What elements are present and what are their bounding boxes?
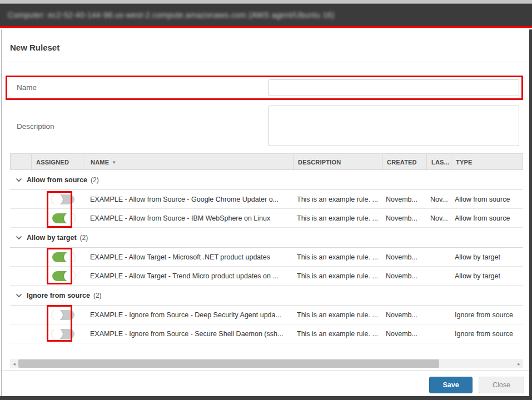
assigned-toggle[interactable]	[52, 252, 74, 262]
rule-created: Novemb...	[381, 311, 426, 319]
toggle-knob	[52, 310, 63, 320]
rule-name: EXAMPLE - Ignore from Source - Deep Secu…	[82, 311, 292, 319]
group-count: (2)	[91, 176, 99, 184]
rule-description: This is an example rule. ...	[292, 272, 381, 280]
table-row: EXAMPLE - Allow from Source - Google Chr…	[10, 190, 523, 209]
rule-created: Novemb...	[381, 196, 426, 203]
group-count: (2)	[80, 234, 88, 242]
header-assigned: ASSIGNED	[31, 154, 83, 171]
name-input[interactable]	[269, 79, 519, 96]
header-created: CREATED	[382, 154, 426, 171]
assigned-toggle[interactable]	[52, 271, 74, 281]
description-label: Description	[17, 122, 54, 131]
window-bottom-edge	[0, 396, 532, 400]
group-label: Allow from source	[27, 176, 87, 184]
table-row: EXAMPLE - Allow Target - Trend Micro pro…	[10, 267, 523, 286]
rule-created: Novemb...	[381, 214, 426, 222]
rule-description: This is an example rule. ...	[292, 196, 381, 203]
rule-description: This is an example rule. ...	[292, 214, 381, 222]
table-row: EXAMPLE - Allow from Source - IBM WebSph…	[10, 209, 523, 228]
window-left-edge	[1, 29, 2, 396]
toggle-knob	[64, 271, 75, 281]
toggle-knob	[52, 329, 63, 339]
page-title: New Ruleset	[10, 43, 59, 52]
header-last: LAS...	[426, 154, 451, 171]
rule-description: This is an example rule. ...	[292, 330, 381, 338]
header-name-sortable[interactable]: NAME ▼	[83, 154, 293, 171]
toggle-knob	[64, 252, 75, 262]
rule-last: Nov...	[426, 214, 450, 222]
rule-name: EXAMPLE - Ignore from Source - Secure Sh…	[82, 330, 292, 338]
rule-description: This is an example rule. ...	[292, 253, 381, 261]
window-top-strip	[0, 0, 532, 4]
scrollbar-thumb[interactable]	[18, 359, 439, 368]
assigned-toggle[interactable]	[52, 310, 74, 320]
save-button[interactable]: Save	[429, 377, 473, 393]
assigned-toggle[interactable]	[52, 213, 74, 223]
rule-name: EXAMPLE - Allow from Source - Google Chr…	[82, 196, 292, 203]
assigned-toggle[interactable]	[52, 329, 74, 339]
chevron-down-icon	[16, 293, 22, 298]
rule-name: EXAMPLE - Allow from Source - IBM WebSph…	[82, 214, 292, 222]
title-divider	[2, 62, 529, 62]
rule-type: Allow by target	[450, 272, 523, 280]
dialog-titlebar: Computer: ec2-52-40-144-98.us-west-2.com…	[0, 4, 532, 28]
scroll-left-icon[interactable]: ◂	[10, 359, 18, 368]
header-type: TYPE	[451, 154, 524, 171]
rule-type: Allow by target	[450, 253, 523, 261]
table-header-row: ASSIGNED NAME ▼ DESCRIPTION CREATED LAS.…	[10, 153, 523, 170]
description-input[interactable]	[269, 106, 519, 146]
toggle-knob	[52, 194, 63, 204]
header-expand-column	[11, 154, 31, 171]
table-row: EXAMPLE - Ignore from Source - Secure Sh…	[10, 324, 523, 343]
group-label: Allow by target	[27, 234, 77, 242]
table-row: EXAMPLE - Ignore from Source - Deep Secu…	[10, 306, 523, 324]
rule-type: Allow from source	[450, 196, 523, 203]
table-row: EXAMPLE - Allow Target - Microsoft .NET …	[10, 248, 523, 267]
window-right-edge	[529, 29, 532, 400]
assigned-toggle[interactable]	[52, 194, 74, 204]
name-label: Name	[17, 83, 37, 92]
rule-created: Novemb...	[381, 330, 426, 338]
rule-last: Nov...	[426, 196, 450, 203]
rule-name: EXAMPLE - Allow Target - Trend Micro pro…	[82, 272, 292, 280]
group-row-ignore-from-source[interactable]: Ignore from source (2)	[10, 286, 523, 306]
header-description: DESCRIPTION	[293, 154, 382, 171]
rule-created: Novemb...	[381, 272, 426, 280]
rule-type: Ignore from source	[450, 311, 523, 319]
chevron-down-icon	[16, 178, 22, 182]
group-row-allow-from-source[interactable]: Allow from source (2)	[10, 170, 523, 190]
rule-type: Ignore from source	[450, 330, 523, 338]
horizontal-scrollbar[interactable]: ◂ ▸	[10, 359, 523, 368]
group-row-allow-by-target[interactable]: Allow by target (2)	[10, 228, 523, 248]
sort-desc-icon: ▼	[112, 160, 116, 165]
toggle-knob	[64, 213, 75, 223]
scroll-right-icon[interactable]: ▸	[515, 359, 523, 368]
close-button[interactable]: Close	[479, 377, 524, 393]
footer-divider	[0, 370, 529, 371]
computer-title-redacted: Computer: ec2-52-40-144-98.us-west-2.com…	[8, 11, 335, 19]
group-label: Ignore from source	[27, 292, 90, 299]
rule-description: This is an example rule. ...	[292, 311, 381, 319]
rules-table: ASSIGNED NAME ▼ DESCRIPTION CREATED LAS.…	[10, 153, 523, 343]
group-count: (2)	[93, 292, 102, 299]
rule-type: Allow from source	[450, 214, 523, 222]
chevron-down-icon	[16, 236, 22, 240]
rule-created: Novemb...	[381, 253, 426, 261]
rule-name: EXAMPLE - Allow Target - Microsoft .NET …	[82, 253, 292, 261]
